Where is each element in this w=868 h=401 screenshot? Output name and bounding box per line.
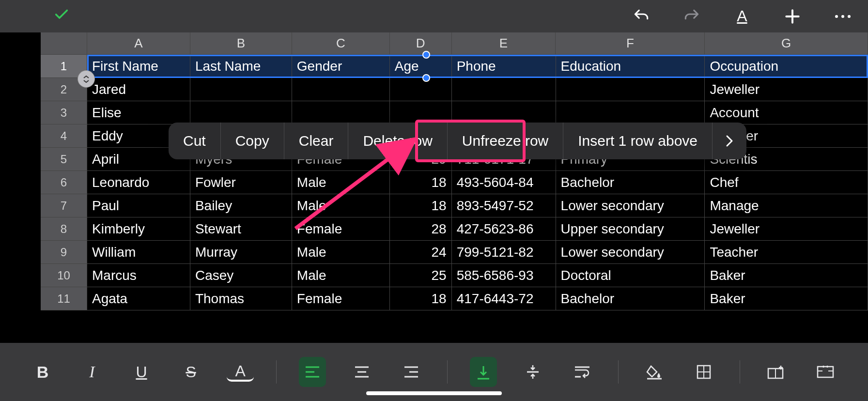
text-format-button[interactable]: A (731, 6, 753, 27)
cell[interactable]: Female (292, 217, 390, 241)
cell[interactable]: Jeweller (705, 78, 868, 101)
valign-middle-button[interactable] (519, 357, 546, 387)
cell[interactable]: Marcus (87, 264, 190, 287)
insert-cells-button[interactable] (762, 357, 790, 387)
merge-cells-button[interactable] (812, 357, 839, 387)
borders-button[interactable] (690, 357, 717, 387)
cell[interactable]: Teacher (705, 241, 868, 264)
cell[interactable]: Male (292, 241, 390, 264)
row-header-10[interactable]: 10 (41, 264, 87, 287)
align-right-button[interactable] (398, 357, 425, 387)
cell[interactable]: Stewart (190, 217, 292, 241)
cell[interactable] (292, 101, 390, 124)
cell[interactable]: Bachelor (556, 287, 705, 310)
cell[interactable]: 893-5497-52 (452, 194, 556, 217)
cell[interactable] (190, 101, 292, 124)
text-color-button[interactable]: A (227, 362, 254, 382)
cell[interactable]: Bailey (190, 194, 292, 217)
cell[interactable]: Upper secondary (556, 217, 705, 241)
align-center-button[interactable] (348, 357, 375, 387)
cell[interactable]: Bachelor (556, 171, 705, 194)
cell[interactable]: Chef (705, 171, 868, 194)
cell[interactable]: Baker (705, 287, 868, 310)
cell[interactable] (190, 78, 292, 101)
cell[interactable]: Baker (705, 264, 868, 287)
cell[interactable]: 25 (390, 264, 452, 287)
cell[interactable]: 417-6443-72 (452, 287, 556, 310)
cell[interactable]: Leonardo (87, 171, 190, 194)
cell[interactable] (390, 78, 452, 101)
context-menu-item-delete-row[interactable]: Delete row (348, 123, 447, 159)
context-menu-item-clear[interactable]: Clear (284, 123, 349, 159)
cell[interactable]: Female (292, 287, 390, 310)
undo-button[interactable] (631, 6, 652, 27)
cell[interactable]: Fowler (190, 171, 292, 194)
context-menu-item-cut[interactable]: Cut (169, 123, 221, 159)
cell[interactable]: Male (292, 194, 390, 217)
cell[interactable]: Last Name (190, 55, 292, 78)
cell[interactable]: Lower secondary (556, 241, 705, 264)
row-header-8[interactable]: 8 (41, 217, 87, 241)
more-button[interactable] (832, 6, 853, 27)
cell[interactable] (556, 101, 705, 124)
cell[interactable]: Jared (87, 78, 190, 101)
row-header-9[interactable]: 9 (41, 241, 87, 264)
column-header-A[interactable]: A (87, 32, 190, 55)
cell[interactable]: Elise (87, 101, 190, 124)
cell[interactable]: Jeweller (705, 217, 868, 241)
redo-button[interactable] (681, 6, 702, 27)
cell[interactable]: Paul (87, 194, 190, 217)
cell[interactable]: Occupation (705, 55, 868, 78)
cell[interactable]: 585-6586-93 (452, 264, 556, 287)
context-menu-more[interactable] (713, 134, 746, 148)
cell[interactable]: Murray (190, 241, 292, 264)
cell[interactable]: 799-5121-82 (452, 241, 556, 264)
cell[interactable] (292, 78, 390, 101)
cell[interactable]: First Name (87, 55, 190, 78)
grid[interactable]: First NameLast NameGenderAgePhoneEducati… (87, 55, 868, 343)
context-menu-item-copy[interactable]: Copy (221, 123, 284, 159)
row-header-11[interactable]: 11 (41, 287, 87, 310)
column-header-F[interactable]: F (556, 32, 705, 55)
cell[interactable]: 427-5623-86 (452, 217, 556, 241)
align-left-button[interactable] (299, 357, 326, 387)
cell[interactable]: Doctoral (556, 264, 705, 287)
confirm-button[interactable] (53, 6, 70, 27)
row-resize-handle[interactable] (78, 70, 95, 88)
context-menu-item-unfreeze-row[interactable]: Unfreeze row (448, 123, 563, 159)
cell[interactable] (390, 101, 452, 124)
fill-color-button[interactable] (641, 357, 668, 387)
cell[interactable]: 24 (390, 241, 452, 264)
select-all-corner[interactable] (41, 32, 87, 55)
cell[interactable]: Account (705, 101, 868, 124)
valign-bottom-button[interactable] (470, 357, 497, 387)
cell[interactable]: Thomas (190, 287, 292, 310)
column-header-E[interactable]: E (452, 32, 556, 55)
cell[interactable]: 18 (390, 171, 452, 194)
cell[interactable]: Kimberly (87, 217, 190, 241)
italic-button[interactable]: I (78, 357, 106, 387)
column-header-D[interactable]: D (390, 32, 452, 55)
strikethrough-button[interactable]: S (177, 357, 204, 387)
column-header-G[interactable]: G (705, 32, 868, 55)
context-menu-item-insert-1-row-above[interactable]: Insert 1 row above (563, 123, 713, 159)
cell[interactable]: Male (292, 171, 390, 194)
cell[interactable] (556, 78, 705, 101)
cell[interactable] (452, 101, 556, 124)
cell[interactable]: Male (292, 264, 390, 287)
cell[interactable]: 18 (390, 287, 452, 310)
cell[interactable]: Education (556, 55, 705, 78)
cell[interactable]: Lower secondary (556, 194, 705, 217)
column-header-C[interactable]: C (292, 32, 390, 55)
row-header-3[interactable]: 3 (41, 101, 87, 124)
selection-handle-top[interactable] (422, 51, 430, 59)
row-header-5[interactable]: 5 (41, 148, 87, 171)
cell[interactable]: Agata (87, 287, 190, 310)
cell[interactable]: Gender (292, 55, 390, 78)
selection-handle-bottom[interactable] (422, 74, 430, 82)
underline-button[interactable]: U (128, 357, 155, 387)
cell[interactable]: 28 (390, 217, 452, 241)
row-header-4[interactable]: 4 (41, 124, 87, 148)
column-header-B[interactable]: B (190, 32, 292, 55)
cell[interactable]: 18 (390, 194, 452, 217)
